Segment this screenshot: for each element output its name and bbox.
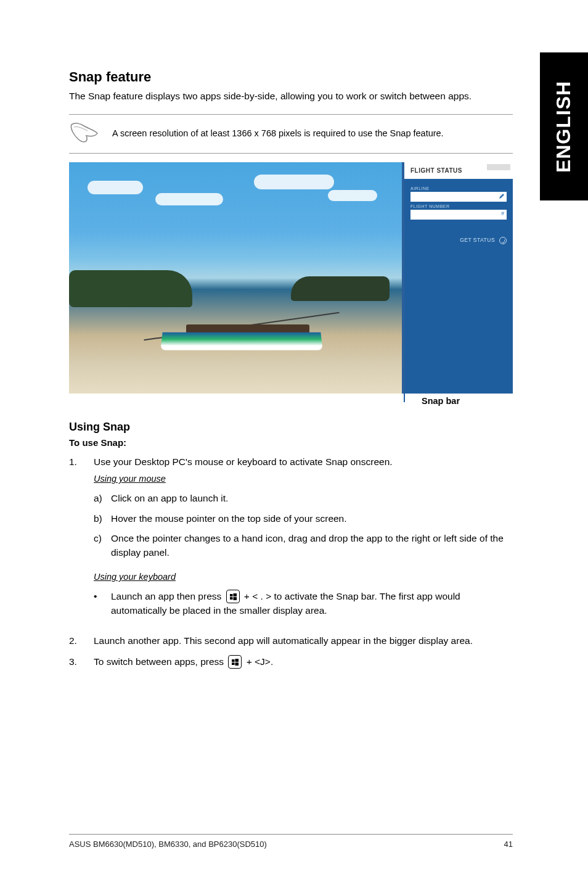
flight-number-label: FLIGHT NUMBER: [410, 204, 507, 208]
section-heading-snap-feature: Snap feature: [69, 69, 513, 85]
svg-rect-3: [233, 597, 237, 600]
main-steps-list: 1. Use your Desktop PC's mouse or keyboa…: [69, 455, 513, 669]
step-1-text: Use your Desktop PC's mouse or keyboard …: [94, 455, 513, 469]
step-2-text: Launch another app. This second app will…: [94, 634, 513, 648]
step-3-pre: To switch between apps, press: [94, 656, 226, 667]
svg-rect-4: [232, 659, 235, 662]
page-content: Snap feature The Snap feature displays t…: [69, 69, 513, 677]
get-status-button[interactable]: GET STATUS: [410, 237, 507, 244]
mouse-substeps: a)Click on an app to launch it. b)Hover …: [94, 492, 513, 559]
svg-rect-7: [235, 662, 239, 666]
using-keyboard-heading: Using your keyboard: [94, 571, 513, 584]
page-number: 41: [504, 840, 513, 849]
snap-bar-callout: Snap bar: [69, 394, 513, 412]
subheading-using-snap: Using Snap: [69, 421, 513, 434]
footer-model-info: ASUS BM6630(MD510), BM6330, and BP6230(S…: [69, 840, 267, 849]
flight-number-field[interactable]: #: [410, 210, 507, 220]
svg-rect-5: [235, 659, 239, 662]
svg-rect-0: [230, 594, 233, 596]
windows-key-icon: [226, 590, 240, 603]
svg-rect-2: [230, 597, 233, 600]
keyboard-bullet-pre: Launch an app then press: [111, 591, 224, 601]
step-3: 3. To switch between apps, press + <J>.: [69, 655, 513, 669]
mouse-step-b: b)Hover the mouse pointer on the top sid…: [94, 512, 513, 526]
step-2: 2. Launch another app. This second app w…: [69, 634, 513, 648]
keyboard-bullet: • Launch an app then press + < . > to ac…: [94, 590, 513, 617]
svg-rect-6: [232, 662, 235, 665]
language-tab: ENGLISH: [540, 52, 588, 200]
hash-icon: #: [501, 210, 504, 217]
mouse-step-c: c)Once the pointer changes to a hand ico…: [94, 532, 513, 559]
step-1: 1. Use your Desktop PC's mouse or keyboa…: [69, 455, 513, 627]
arrow-circle-icon: [499, 237, 507, 244]
note-hand-icon: [69, 121, 101, 147]
divider: [69, 153, 513, 154]
keyboard-substeps: • Launch an app then press + < . > to ac…: [94, 590, 513, 617]
airline-field[interactable]: [410, 192, 507, 202]
step-3-post: + <J>.: [243, 656, 273, 667]
note-text: A screen resolution of at least 1366 x 7…: [112, 128, 444, 140]
get-status-label: GET STATUS: [460, 237, 495, 243]
airline-label: AIRLINE: [410, 186, 507, 191]
flight-status-title: FLIGHT STATUS: [404, 162, 513, 179]
flight-status-app: FLIGHT STATUS AIRLINE FLIGHT NUMBER # GE…: [404, 162, 513, 394]
intro-paragraph: The Snap feature displays two apps side-…: [69, 90, 513, 103]
snap-bar-label: Snap bar: [422, 396, 460, 406]
note-block: A screen resolution of at least 1366 x 7…: [69, 114, 513, 154]
desktop-photo-app: [69, 162, 402, 394]
page-footer: ASUS BM6630(MD510), BM6330, and BP6230(S…: [69, 834, 513, 849]
using-mouse-heading: Using your mouse: [94, 472, 513, 485]
mouse-step-a: a)Click on an app to launch it.: [94, 492, 513, 505]
snap-screenshot: FLIGHT STATUS AIRLINE FLIGHT NUMBER # GE…: [69, 162, 513, 394]
svg-rect-1: [233, 593, 237, 596]
to-use-snap-label: To use Snap:: [69, 437, 513, 448]
windows-key-icon: [228, 655, 242, 669]
edit-icon: [499, 193, 505, 199]
language-tab-label: ENGLISH: [553, 80, 576, 172]
